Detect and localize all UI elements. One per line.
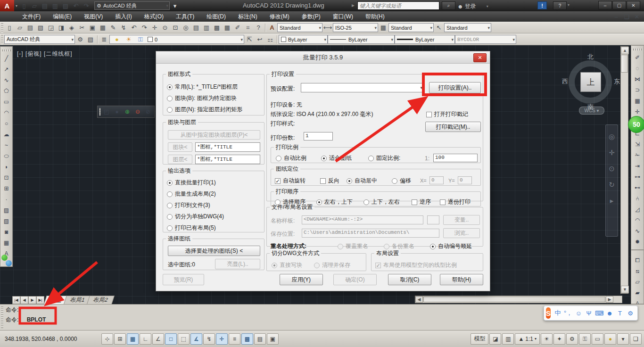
variables-button[interactable]: 变量..	[443, 215, 480, 225]
scroll-left-icon[interactable]: ◀	[415, 296, 423, 303]
bring-above-icon[interactable]: ▱	[632, 276, 643, 287]
osnap-toggle[interactable]: □	[165, 333, 177, 345]
toolbar-grip[interactable]	[2, 50, 11, 51]
sogou-logo-icon[interactable]: S	[546, 307, 551, 319]
sphere-add-icon[interactable]: ⊕	[122, 107, 132, 117]
tool-palettes-icon[interactable]: ▩	[212, 23, 222, 33]
app-minimize-button[interactable]: –	[598, 1, 612, 9]
block-filter-input[interactable]: *图框,*TITLE	[195, 142, 260, 152]
gradient-icon[interactable]: ▧	[1, 215, 12, 226]
toolbar-grip[interactable]	[1, 35, 3, 44]
bring-to-front-icon[interactable]: ⧠	[632, 255, 643, 265]
ok-button[interactable]: 确定(O)	[333, 274, 377, 285]
redo-icon[interactable]: ↷	[81, 1, 91, 10]
app-restore-button[interactable]: ▢	[612, 1, 626, 9]
tab-first-button[interactable]: |◀	[12, 296, 20, 304]
annotation-visibility-icon[interactable]: ☀	[541, 333, 553, 345]
plot-icon[interactable]: ▧	[60, 1, 71, 10]
auto-rotate-checkbox[interactable]: ✓自动旋转	[275, 177, 305, 185]
sphere-icon[interactable]: ●	[112, 107, 122, 117]
text-style-select[interactable]: Standard▾	[277, 23, 322, 32]
save-as-icon[interactable]: ▥	[50, 1, 60, 10]
signin-button[interactable]: ☻登录 ▾	[457, 2, 488, 10]
cut-icon[interactable]: ✂	[77, 23, 87, 33]
circle-icon[interactable]: ○	[1, 118, 12, 129]
pick-block-layer-button[interactable]: 从图中指定图块或图层(P)<	[168, 130, 260, 140]
radio-plot-existing-layouts[interactable]: 打印已有布局(5)	[167, 224, 216, 232]
ime-chinese-icon[interactable]: 中	[553, 308, 563, 318]
vscroll-thumb[interactable]	[621, 55, 628, 73]
zoom-window-icon[interactable]: ⊡	[170, 23, 181, 33]
ducs-toggle[interactable]: ↯	[203, 333, 215, 345]
viewcube-west[interactable]: 西	[562, 77, 568, 86]
erase-icon[interactable]: ✐	[632, 52, 643, 63]
new-icon[interactable]: ▯	[4, 23, 15, 33]
radio-fixed-scale[interactable]: 固定比例:	[368, 154, 400, 162]
linetype-select[interactable]: ByLayer▾	[328, 35, 395, 44]
logo-dropdown-icon[interactable]: ▾	[16, 4, 17, 8]
radio-frame-common[interactable]: 常用(L): *_TITLE/*图框层	[167, 83, 238, 91]
workspace-gear-icon[interactable]: ⚙	[566, 333, 578, 345]
stretch-icon[interactable]: ⇲	[632, 139, 643, 149]
preview-button[interactable]: 预览(R)	[163, 274, 204, 285]
region-icon[interactable]: ◙	[1, 226, 12, 237]
ime-skin-icon[interactable]: T	[615, 308, 625, 318]
capture-green-dot-icon[interactable]	[1, 255, 8, 261]
radio-center[interactable]: 自动居中	[347, 177, 377, 185]
extend-icon[interactable]: ⇥	[632, 160, 643, 171]
zoom-realtime-icon[interactable]: ⊙	[160, 23, 170, 33]
viewport-controls-label[interactable]: [-] [俯视] [二维线框]	[17, 50, 73, 58]
help-dropdown-icon[interactable]: ▾	[568, 3, 570, 7]
plotstyle-select[interactable]: BYCOLOR▾	[455, 35, 516, 44]
quick-view-layouts-icon[interactable]: ◪	[489, 333, 501, 345]
tab-layout2[interactable]: 布局2	[87, 296, 115, 304]
menu-view[interactable]: 视图(V)	[78, 12, 109, 22]
wcs-select[interactable]: WCS ▾	[579, 107, 604, 115]
tab-last-button[interactable]: ▶|	[36, 296, 44, 304]
radio-split-dwg[interactable]: 切分为单独DWG(4)	[167, 213, 224, 221]
ellipse-icon[interactable]: ⬭	[1, 150, 12, 161]
join-icon[interactable]: ⑃	[632, 193, 643, 204]
quick-properties-toggle[interactable]: ▤	[254, 333, 266, 345]
quickcalc-icon[interactable]: ⌗	[243, 23, 253, 33]
lineweight-select[interactable]: ByLayer▾	[395, 35, 455, 44]
menu-draw[interactable]: 绘图(D)	[200, 12, 232, 22]
viewcube-east[interactable]: 东	[614, 77, 620, 86]
toolbar-grip[interactable]	[1, 23, 3, 33]
pan-hand-icon[interactable]: ✛	[607, 145, 617, 161]
radio-batch-layouts[interactable]: 批量生成布局(2)	[167, 190, 216, 198]
menu-help[interactable]: 帮助(H)	[359, 12, 391, 22]
menu-window[interactable]: 窗口(W)	[327, 12, 359, 22]
workspace-toolbar-select[interactable]: AutoCAD 经典▾	[4, 35, 75, 44]
annotation-scale-select[interactable]: ▲ 1:1 ▾	[515, 333, 540, 345]
properties-icon[interactable]: ▤	[191, 23, 201, 33]
steering-wheel-icon[interactable]: ◎	[607, 129, 617, 145]
layer-select[interactable]: ●☀⚿ 0▾	[109, 35, 244, 44]
export-dwf-icon[interactable]: ◈	[66, 23, 77, 33]
break-icon[interactable]: ⊷	[632, 182, 643, 193]
x-offset-input[interactable]: 0	[429, 176, 444, 184]
ime-mic-icon[interactable]: Ψ	[584, 308, 594, 318]
ellipse-arc-icon[interactable]: ◗	[1, 161, 12, 172]
pan-icon[interactable]: ✛	[149, 23, 160, 33]
preview-icon[interactable]: ◲	[46, 23, 56, 33]
copies-input[interactable]: 1	[304, 132, 333, 140]
new-file-icon[interactable]: ▯	[19, 1, 29, 10]
canvas-vscrollbar[interactable]: ▲ ▼	[620, 46, 628, 294]
layer-button[interactable]: 图层<	[168, 155, 192, 164]
menu-parametric[interactable]: 参数(P)	[296, 12, 327, 22]
radio-fit-paper[interactable]: 适合图纸	[321, 154, 352, 162]
sheetset-manager-icon[interactable]: ▦	[222, 23, 232, 33]
toolbar-grip[interactable]	[633, 49, 642, 50]
menu-tools[interactable]: 工具(T)	[170, 12, 200, 22]
dialog-close-button[interactable]: ✕	[473, 53, 487, 62]
radio-frame-block[interactable]: 图块(B): 图框为特定图块	[167, 94, 237, 102]
text-to-front-icon[interactable]: ᴬ	[632, 298, 643, 304]
sphere-remove-icon[interactable]: ⊖	[132, 107, 143, 117]
orbit-icon[interactable]: ↻	[607, 177, 617, 193]
scroll-up-icon[interactable]: ▲	[621, 47, 629, 54]
fillet-icon[interactable]: ◠	[632, 215, 643, 225]
layer-lock-icon[interactable]: ⚿	[135, 35, 146, 44]
mirror-icon[interactable]: ⋈	[632, 74, 643, 84]
select-sheets-button[interactable]: 选择要处理的图纸(S) <	[168, 246, 260, 256]
